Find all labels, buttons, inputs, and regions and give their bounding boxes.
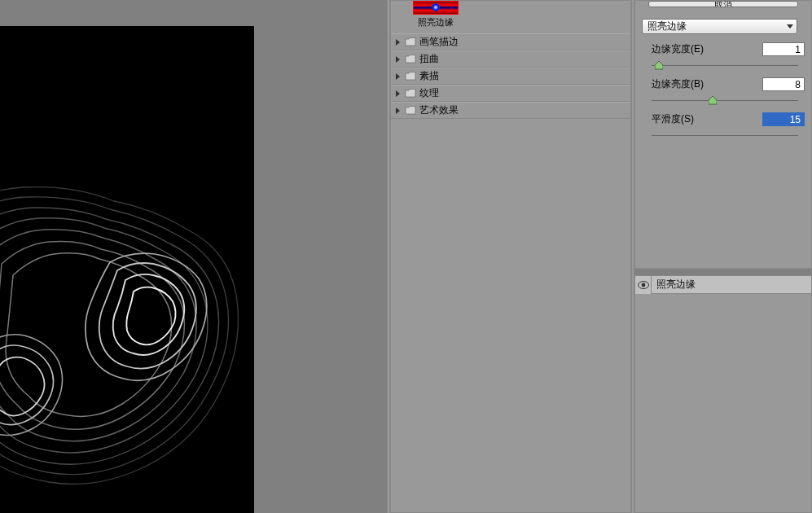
filter-thumbnail-selected[interactable]: 照亮边缘 xyxy=(409,1,462,28)
category-texture[interactable]: 纹理 xyxy=(391,85,630,102)
category-sketch[interactable]: 素描 xyxy=(391,68,630,85)
controls-top-section: 取消 照亮边缘 边缘宽度(E) xyxy=(634,0,812,269)
category-label: 画笔描边 xyxy=(419,35,459,49)
param-smoothness: 平滑度(S) xyxy=(652,112,805,141)
visibility-toggle[interactable] xyxy=(635,276,652,294)
folder-icon xyxy=(405,55,416,64)
filter-thumbnail-image xyxy=(413,1,459,15)
filter-select-dropdown[interactable]: 照亮边缘 xyxy=(642,19,805,34)
expand-triangle-icon xyxy=(396,90,400,97)
expand-triangle-icon xyxy=(396,56,400,63)
folder-icon xyxy=(405,72,416,81)
expand-triangle-icon xyxy=(396,39,400,46)
category-label: 素描 xyxy=(419,69,439,83)
filter-thumbnail-label: 照亮边缘 xyxy=(409,16,462,28)
preview-canvas[interactable] xyxy=(0,26,254,513)
filter-category-panel: 照亮边缘 画笔描边 扭曲 素描 xyxy=(390,0,631,513)
param-edge-width: 边缘宽度(E) xyxy=(652,42,805,71)
category-brush-strokes[interactable]: 画笔描边 xyxy=(391,33,630,50)
effect-layer-label: 照亮边缘 xyxy=(652,278,696,292)
category-label: 纹理 xyxy=(419,86,439,100)
effect-layers-panel: 照亮边缘 xyxy=(634,275,812,513)
category-body-empty xyxy=(391,119,630,512)
folder-icon xyxy=(405,37,416,46)
category-label: 艺术效果 xyxy=(419,103,459,117)
category-artistic[interactable]: 艺术效果 xyxy=(391,102,630,119)
param-label: 平滑度(S) xyxy=(652,112,694,126)
param-edge-width-slider[interactable] xyxy=(652,59,798,71)
category-distort[interactable]: 扭曲 xyxy=(391,50,630,68)
filter-select-label: 照亮边缘 xyxy=(647,20,687,33)
expand-triangle-icon xyxy=(396,107,400,114)
param-edge-brightness-input[interactable] xyxy=(762,77,805,91)
svg-point-2 xyxy=(641,283,645,287)
param-edge-brightness-slider[interactable] xyxy=(652,94,798,106)
chevron-down-icon xyxy=(784,21,795,32)
param-edge-width-input[interactable] xyxy=(762,42,805,56)
controls-panel: 取消 照亮边缘 边缘宽度(E) xyxy=(634,0,812,513)
param-label: 边缘亮度(B) xyxy=(652,77,704,91)
param-label: 边缘宽度(E) xyxy=(652,42,704,56)
filter-thumbnail-row: 照亮边缘 xyxy=(391,1,630,33)
cancel-button[interactable]: 取消 xyxy=(648,1,798,7)
expand-triangle-icon xyxy=(396,73,400,80)
param-edge-brightness: 边缘亮度(B) xyxy=(652,77,805,106)
effect-layer-row[interactable]: 照亮边缘 xyxy=(635,276,811,294)
param-smoothness-slider[interactable] xyxy=(652,129,798,141)
eye-icon xyxy=(638,281,649,289)
param-smoothness-input[interactable] xyxy=(762,112,805,126)
preview-pane xyxy=(0,0,387,513)
category-label: 扭曲 xyxy=(419,52,439,66)
folder-icon xyxy=(405,106,416,115)
folder-icon xyxy=(405,89,416,98)
